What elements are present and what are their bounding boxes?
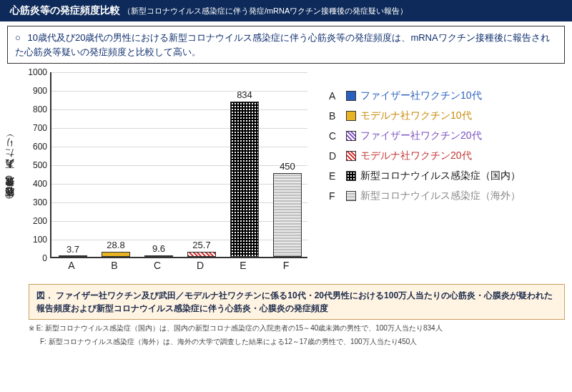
bar-value-E: 834 — [228, 89, 261, 100]
y-axis-label: 心筋炎等の発症数（人/100万人あたり） — [3, 143, 16, 204]
legend-label: モデルナ社ワクチン10代 — [360, 109, 472, 122]
gridline — [51, 240, 307, 240]
bar-value-B: 28.8 — [99, 240, 132, 250]
legend-item-E: E新型コロナウイルス感染症（国内） — [329, 170, 565, 182]
legend-swatch-icon — [346, 171, 356, 181]
legend-letter: E — [329, 170, 342, 182]
bar-value-D: 25.7 — [185, 240, 218, 250]
y-tick: 200 — [23, 216, 47, 226]
x-category-C: C — [141, 260, 174, 271]
legend: Aファイザー社ワクチン10代Bモデルナ社ワクチン10代Cファイザー社ワクチン20… — [322, 68, 565, 280]
bar-value-A: 3.7 — [56, 244, 89, 255]
y-tick: 600 — [23, 142, 47, 152]
y-tick: 100 — [23, 235, 47, 245]
gridline — [51, 165, 307, 166]
plot: 010020030040050060070080090010003.728.89… — [50, 72, 307, 258]
x-category-F: F — [270, 260, 302, 271]
title-sub: （新型コロナウイルス感染症に伴う発症/mRNAワクチン接種後の発症疑い報告） — [123, 6, 408, 15]
x-category-B: B — [98, 260, 131, 271]
gridline — [51, 91, 307, 92]
y-tick: 0 — [23, 253, 47, 263]
legend-letter: B — [329, 110, 342, 122]
gridline — [51, 202, 307, 203]
legend-swatch-icon — [346, 151, 356, 161]
legend-item-B: Bモデルナ社ワクチン10代 — [329, 109, 565, 122]
legend-swatch-icon — [346, 91, 356, 101]
gridline — [51, 221, 307, 222]
legend-label: ファイザー社ワクチン20代 — [360, 129, 482, 142]
title-main: 心筋炎等の発症頻度比較 — [10, 4, 120, 16]
legend-item-D: Dモデルナ社ワクチン20代 — [329, 150, 565, 162]
caption-text: ファイザー社ワクチン及び武田／モデルナ社ワクチンに係る10代・20代男性における… — [36, 290, 553, 313]
footnote-e: ※ E: 新型コロナウイルス感染症（国内）は、国内の新型コロナ感染症の入院患者の… — [29, 323, 565, 333]
caption-prefix: 図． — [36, 290, 54, 300]
x-category-A: A — [55, 260, 88, 271]
bar-value-F: 450 — [271, 161, 304, 172]
legend-item-C: Cファイザー社ワクチン20代 — [329, 129, 565, 142]
legend-label: モデルナ社ワクチン20代 — [360, 150, 472, 162]
bar-F — [273, 173, 302, 257]
legend-label: 新型コロナウイルス感染症（海外） — [360, 190, 521, 202]
legend-item-A: Aファイザー社ワクチン10代 — [329, 89, 565, 102]
legend-letter: C — [329, 130, 342, 142]
y-tick: 300 — [23, 197, 47, 207]
footnote-f: F: 新型コロナウイルス感染症（海外）は、海外の大学で調査した結果による12～1… — [40, 336, 565, 347]
bar-E — [230, 102, 259, 257]
legend-label: 新型コロナウイルス感染症（国内） — [360, 170, 521, 182]
y-tick: 1000 — [23, 67, 47, 77]
gridline — [51, 147, 307, 147]
bar-B — [102, 252, 130, 257]
bar-A — [59, 255, 87, 257]
bullet-icon: ○ — [15, 32, 21, 43]
content-row: 心筋炎等の発症数（人/100万人あたり） 0100200300400500600… — [0, 68, 572, 280]
y-tick: 900 — [23, 86, 47, 96]
chart-area: 心筋炎等の発症数（人/100万人あたり） 0100200300400500600… — [7, 68, 322, 280]
gridline — [51, 109, 307, 110]
title-bar: 心筋炎等の発症頻度比較 （新型コロナウイルス感染症に伴う発症/mRNAワクチン接… — [0, 0, 572, 21]
bar-D — [187, 252, 216, 257]
legend-swatch-icon — [346, 191, 356, 201]
y-tick: 500 — [23, 160, 47, 170]
legend-letter: A — [329, 90, 342, 102]
x-category-D: D — [184, 260, 217, 271]
y-tick: 800 — [23, 104, 47, 114]
legend-label: ファイザー社ワクチン10代 — [360, 89, 482, 102]
legend-swatch-icon — [346, 111, 356, 121]
y-tick: 700 — [23, 123, 47, 133]
x-category-E: E — [227, 260, 260, 271]
legend-swatch-icon — [346, 131, 356, 141]
bar-value-C: 9.6 — [142, 243, 175, 254]
y-tick: 400 — [23, 179, 47, 189]
bar-C — [144, 255, 173, 257]
legend-letter: D — [329, 150, 342, 162]
figure-caption: 図． ファイザー社ワクチン及び武田／モデルナ社ワクチンに係る10代・20代男性に… — [29, 284, 565, 320]
gridline — [51, 128, 307, 129]
legend-item-F: F新型コロナウイルス感染症（海外） — [329, 190, 565, 202]
summary-text: 10歳代及び20歳代の男性における新型コロナウイルス感染症に伴う心筋炎等の発症頻… — [15, 32, 550, 57]
gridline — [51, 72, 307, 73]
summary-box: ○ 10歳代及び20歳代の男性における新型コロナウイルス感染症に伴う心筋炎等の発… — [7, 26, 565, 64]
legend-letter: F — [329, 190, 342, 202]
gridline — [51, 184, 307, 185]
